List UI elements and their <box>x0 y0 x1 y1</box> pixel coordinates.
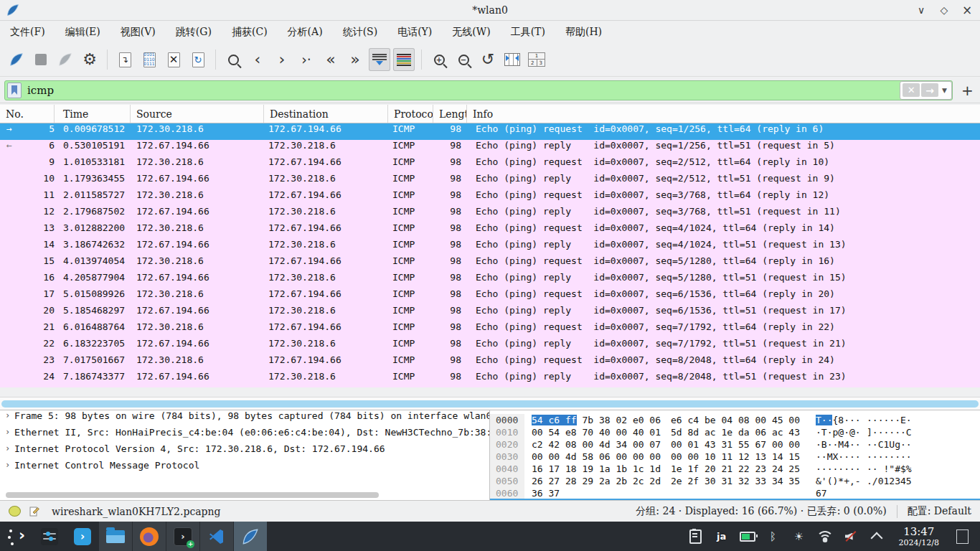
column-header-protocol[interactable]: Protocol <box>388 105 433 123</box>
app-launcher-button[interactable]: › <box>0 522 33 551</box>
first-packet-button[interactable]: « <box>320 48 341 71</box>
menu-item-2[interactable]: 视图(V) <box>110 21 166 43</box>
menu-item-6[interactable]: 统计(S) <box>333 21 388 43</box>
packet-row[interactable]: 216.016488764172.30.218.6172.67.194.66IC… <box>0 321 980 338</box>
menu-item-8[interactable]: 无线(W) <box>442 21 500 43</box>
packet-row[interactable]: 164.205877904172.67.194.66172.30.218.6IC… <box>0 272 980 288</box>
file-manager-task-button[interactable] <box>99 522 132 551</box>
hex-row[interactable]: 005026 27 28 29 2a 2b 2c 2d2e 2f 30 31 3… <box>490 475 980 487</box>
clipboard-icon[interactable] <box>687 527 705 546</box>
input-method-indicator[interactable]: ja <box>712 527 731 546</box>
wireshark-task-button[interactable] <box>234 522 267 551</box>
firefox-task-button[interactable] <box>133 522 166 551</box>
menu-item-10[interactable]: 帮助(H) <box>555 21 612 43</box>
hex-row[interactable]: 0020c2 42 08 00 4d 34 00 0700 01 43 31 5… <box>490 438 980 451</box>
layout-button[interactable]: 123 <box>526 48 547 71</box>
packet-row[interactable]: 112.011585727172.30.218.6172.67.194.66IC… <box>0 189 980 206</box>
expander-icon[interactable]: › <box>5 460 10 470</box>
packet-row[interactable]: 101.179363455172.67.194.66172.30.218.6IC… <box>0 173 980 189</box>
display-filter-field[interactable]: ✕ → ▼ <box>4 80 953 100</box>
column-header-destination[interactable]: Destination <box>264 105 388 123</box>
column-header-time[interactable]: Time <box>55 105 131 123</box>
zoom-out-button[interactable]: − <box>453 48 474 71</box>
stop-capture-button[interactable] <box>30 48 52 71</box>
filter-clear-button[interactable]: ✕ <box>903 83 920 97</box>
save-file-button[interactable]: 0101 0110 0111 <box>138 48 160 71</box>
filter-apply-button[interactable]: → <box>921 83 938 97</box>
menu-item-4[interactable]: 捕获(C) <box>222 21 278 43</box>
show-desktop-button[interactable] <box>956 529 969 544</box>
hex-row[interactable]: 004016 17 18 19 1a 1b 1c 1d1e 1f 20 21 2… <box>490 463 980 475</box>
menu-item-3[interactable]: 跳转(G) <box>166 21 222 43</box>
brightness-icon[interactable]: ☀ <box>790 527 809 546</box>
column-header-info[interactable]: Info <box>467 105 980 123</box>
filter-add-button[interactable]: + <box>961 82 974 99</box>
maximize-button[interactable]: ◇ <box>938 4 950 16</box>
packet-row[interactable]: 91.010533181172.30.218.6172.67.194.66ICM… <box>0 156 980 173</box>
column-header-source[interactable]: Source <box>131 105 264 123</box>
next-packet-button[interactable]: › <box>271 48 293 71</box>
discover-button[interactable]: › <box>66 522 99 551</box>
menu-item-0[interactable]: 文件(F) <box>0 21 55 43</box>
expander-icon[interactable]: › <box>5 443 10 453</box>
menu-item-1[interactable]: 编辑(E) <box>55 21 110 43</box>
menu-item-5[interactable]: 分析(A) <box>278 21 333 43</box>
scrollbar-handle[interactable] <box>1 400 979 408</box>
packet-list-hscrollbar[interactable] <box>0 397 980 410</box>
close-button[interactable]: × <box>961 4 973 16</box>
profile-label[interactable]: 配置: Default <box>908 505 971 518</box>
capture-comment-icon[interactable] <box>29 506 40 517</box>
minimize-button[interactable]: ∨ <box>915 4 927 16</box>
packet-row[interactable]: 226.183223705172.67.194.66172.30.218.6IC… <box>0 338 980 354</box>
open-file-button[interactable]: ↴ <box>114 48 136 71</box>
reload-file-button[interactable]: ↻ <box>187 48 209 71</box>
wifi-icon[interactable] <box>816 527 834 546</box>
filter-bookmark-icon[interactable] <box>7 83 22 98</box>
packet-row[interactable]: 133.012882200172.30.218.6172.67.194.66IC… <box>0 222 980 239</box>
zoom-in-button[interactable]: + <box>428 48 450 71</box>
expander-icon[interactable]: › <box>5 410 10 420</box>
packet-row[interactable]: 143.186742632172.67.194.66172.30.218.6IC… <box>0 239 980 255</box>
detail-tree-item[interactable]: ›Internet Protocol Version 4, Src: 172.3… <box>0 443 489 460</box>
close-file-button[interactable]: ✕ <box>163 48 184 71</box>
auto-scroll-button[interactable] <box>369 48 390 71</box>
clock[interactable]: 13:47 2024/12/8 <box>899 527 939 547</box>
battery-icon[interactable] <box>738 527 757 546</box>
column-header-length[interactable]: Length <box>433 105 467 123</box>
tray-expand-icon[interactable] <box>867 527 886 546</box>
detail-tree-item[interactable]: ›Ethernet II, Src: HonHaiPrecis_c4:be:04… <box>0 427 489 443</box>
packet-row[interactable]: 205.185468297172.67.194.66172.30.218.6IC… <box>0 305 980 321</box>
last-packet-button[interactable]: » <box>344 48 366 71</box>
details-hscrollbar[interactable] <box>6 492 379 498</box>
hex-row[interactable]: 000054 c6 ff 7b 38 02 e0 06e6 c4 be 04 0… <box>490 414 980 426</box>
volume-muted-icon[interactable] <box>842 527 860 546</box>
expert-info-icon[interactable] <box>9 506 21 517</box>
colorize-button[interactable] <box>393 48 415 71</box>
detail-tree-item[interactable]: ›Internet Control Message Protocol <box>0 460 489 476</box>
menu-item-9[interactable]: 工具(T) <box>501 21 555 43</box>
packet-row[interactable]: 154.013974054172.30.218.6172.67.194.66IC… <box>0 255 980 272</box>
hex-row[interactable]: 003000 00 4d 58 06 00 00 0000 00 10 11 1… <box>490 451 980 463</box>
find-packet-button[interactable] <box>222 48 244 71</box>
hex-row[interactable]: 001000 54 e8 70 40 00 40 015d 8d ac 1e d… <box>490 426 980 438</box>
go-to-packet-button[interactable]: ›· <box>296 48 317 71</box>
packet-row[interactable]: →50.009678512172.30.218.6172.67.194.66IC… <box>0 123 980 140</box>
restart-capture-button[interactable] <box>55 48 76 71</box>
packet-row[interactable]: 175.015089926172.30.218.6172.67.194.66IC… <box>0 288 980 305</box>
packet-row[interactable]: 247.186743377172.67.194.66172.30.218.6IC… <box>0 371 980 387</box>
expander-icon[interactable]: › <box>5 427 10 437</box>
konsole-task-button[interactable]: ›+ <box>166 522 199 551</box>
display-filter-input[interactable] <box>26 83 952 98</box>
packet-row[interactable]: 122.179687502172.67.194.66172.30.218.6IC… <box>0 206 980 222</box>
zoom-reset-button[interactable]: ↺ <box>477 48 499 71</box>
hex-row[interactable]: 006036 3767 <box>490 487 980 499</box>
start-capture-button[interactable] <box>6 48 27 71</box>
bluetooth-icon[interactable]: ᛒ <box>764 527 783 546</box>
detail-tree-item[interactable]: ›Frame 5: 98 bytes on wire (784 bits), 9… <box>0 410 489 427</box>
system-settings-button[interactable] <box>33 522 66 551</box>
menu-item-7[interactable]: 电话(Y) <box>387 21 442 43</box>
capture-options-button[interactable]: ⚙ <box>79 48 100 71</box>
previous-packet-button[interactable]: ‹ <box>247 48 268 71</box>
packet-row[interactable]: ←60.530105191172.67.194.66172.30.218.6IC… <box>0 140 980 156</box>
packet-row[interactable]: 237.017501667172.30.218.6172.67.194.66IC… <box>0 354 980 371</box>
